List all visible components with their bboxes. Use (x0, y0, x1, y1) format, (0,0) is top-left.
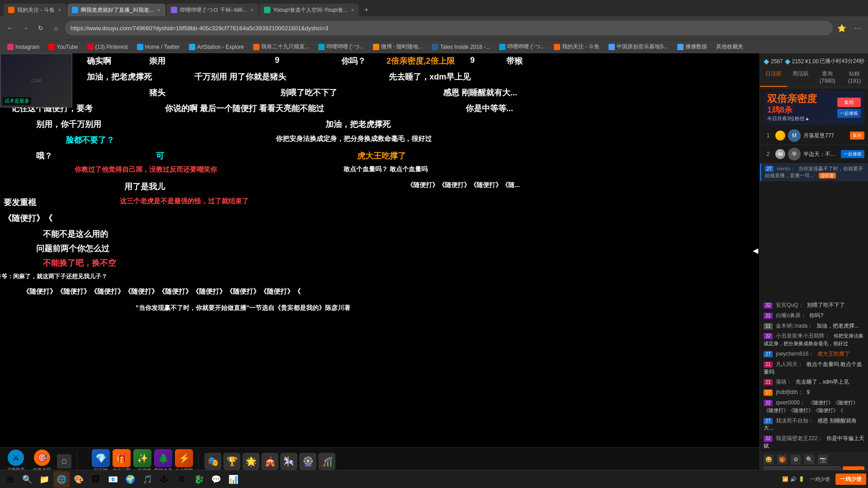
browser-tabs: 我的关注 - 斗鱼 × 啊我老虎就好了直播_叫我老... × 哔哩哔哩 ('·つ… (0, 0, 868, 16)
tab-weekly-active[interactable]: 周活跃 (787, 67, 814, 87)
rank-action-2[interactable]: 一起修炼 (841, 150, 864, 158)
tab-douyu-follow[interactable]: 我的关注 - 斗鱼 × (4, 4, 66, 16)
bookmarks-more-btn[interactable]: 其他收藏夹 (712, 42, 747, 52)
tab-query[interactable]: 查询(7980) (814, 67, 841, 87)
taskbar-dragon[interactable]: 🐉 (191, 471, 207, 488)
bookmark-bilibili2-label: 哔哩哔哩 ('·つ... (507, 43, 545, 51)
collapse-panel-button[interactable]: ◀ (751, 237, 760, 264)
promo-subtitle: 1鸡8杀 (767, 104, 834, 115)
chat-user-4: 小丑皇前来小丑助阵： (776, 333, 830, 339)
home-button[interactable]: ⌂ (50, 22, 62, 34)
danmaku-31: 不能不是这么用的 (43, 229, 108, 239)
taskbar-game[interactable]: 🕹 (156, 471, 173, 488)
gift-shortcut-button[interactable]: 🎁 (777, 455, 787, 465)
bookmark-tales[interactable]: Tales Inside 2018 -... (428, 43, 494, 51)
bookmark-twitter[interactable]: Home / Twitter (133, 43, 184, 51)
tab-stream[interactable]: 啊我老虎就好了直播_叫我老... × (67, 4, 165, 16)
bookmark-pinterest[interactable]: (13) Pinterest (84, 43, 132, 51)
back-button[interactable]: ← (4, 22, 16, 34)
extra-gift-2[interactable]: 🏆 (223, 453, 241, 470)
bookmark-instagram[interactable]: Instagram (4, 43, 43, 51)
task-hall-button[interactable]: 🎯 任务大厅 (31, 450, 53, 473)
sound-icon: 🔊 (790, 476, 797, 482)
taskbar-browser[interactable]: 🌍 (122, 471, 138, 488)
bookmark-weibo[interactable]: 微博 - 随时随地... (369, 42, 427, 52)
danmaku-35: 《随便打》《随便打》《随便打》《随便打》《随便打》《随便打》《随便打》《随便打》… (23, 287, 301, 296)
bookmark-bilibili[interactable]: 哔哩哔哩 ('·つ... (315, 42, 368, 52)
bookmark-youtube[interactable]: YouTube (45, 43, 81, 51)
browser-toolbar-icons: ⭐ ⋯ (835, 22, 864, 34)
dota-helper-button[interactable]: ⚔ 刀塔助手 (5, 450, 27, 473)
unknown-btn[interactable]: □ (57, 454, 71, 469)
tab-yooup[interactable]: Yooup!食道个人空间-Youpi食... × (259, 4, 359, 16)
extra-gift-4[interactable]: 🎪 (261, 453, 278, 470)
taskbar-clock[interactable]: 一鸡少使 (807, 476, 834, 483)
extra-gift-6[interactable]: 🎡 (299, 453, 316, 470)
taskbar-photoshop[interactable]: 🎨 (71, 471, 87, 488)
clock-time: 一鸡少使 (810, 476, 830, 483)
extra-gift-1[interactable]: 🎭 (204, 453, 222, 470)
bookmark-douyu[interactable]: 我的关注 - 斗鱼 (550, 42, 603, 52)
rank-action-1[interactable]: 集粉 (850, 131, 864, 140)
bookmark-cats[interactable]: 我有二十九只猫直... (250, 42, 313, 52)
together-cultivate-button[interactable]: 一起修炼 (837, 109, 861, 118)
report-btn[interactable]: @回复 (819, 173, 836, 178)
tab-favicon-2 (72, 7, 78, 13)
bookmark-weibo-label: 微博 - 随时随地... (381, 43, 423, 51)
tab-close-4[interactable]: × (350, 7, 355, 13)
emoji-button[interactable]: 😀 (764, 455, 774, 465)
viento-level: 27 (765, 166, 774, 172)
extensions-icon[interactable]: ⭐ (835, 22, 848, 34)
cats-favicon (253, 44, 259, 50)
douyu-favicon (554, 44, 560, 50)
extra-gift-3[interactable]: 🌟 (242, 453, 259, 470)
bookmark-music[interactable]: 中国原创音乐基地S... (605, 42, 672, 52)
taskbar: ⊞ 🔍 📁 🌐 🎨 🖼 📧 🌍 🎵 🕹 ⚙ 🐉 💬 📊 📶 🔊 🔋 一鸡少使 一… (0, 470, 868, 488)
extra-gift-5[interactable]: 🎠 (280, 453, 297, 470)
promo-title: 双倍亲密度 (767, 94, 834, 104)
taskbar-file-explorer[interactable]: 📁 (36, 471, 52, 488)
tab-daily-active[interactable]: 日活跃 (760, 67, 787, 87)
bookmark-artstation[interactable]: ArtStation - Explore (185, 43, 248, 51)
tab-bilibili[interactable]: 哔哩哔哩 ('·つロ 千杯--billi... × (166, 4, 259, 16)
taskbar-lightroom[interactable]: 🖼 (88, 471, 104, 488)
taskbar-music[interactable]: 🎵 (139, 471, 156, 488)
taskbar-start-button[interactable]: ⊞ (2, 471, 18, 488)
taskbar-settings[interactable]: ⚙ (174, 471, 190, 488)
rank-num-1: 1 (764, 132, 773, 139)
tab-close-1[interactable]: × (57, 7, 62, 13)
unknown-icon: □ (62, 458, 66, 465)
tab-station-fans[interactable]: 站粉(191) (841, 67, 868, 87)
bookmark-broadcast[interactable]: 播播数据 (674, 42, 711, 52)
viento-chat-row: 27 viento： 当你发现赢不了时，你就要开始做直播，直播一司... @回复 (760, 164, 868, 181)
price-value: ¥1.00 (805, 58, 819, 65)
bookmark-bilibili2[interactable]: 哔哩哔哩 ('·つ... (495, 42, 548, 52)
taskbar-chat[interactable]: 💬 (208, 471, 224, 488)
refresh-button[interactable]: ↻ (34, 22, 47, 34)
instagram-favicon (7, 44, 14, 50)
danmaku-11: 猪头 (149, 87, 165, 98)
battery-icon: 🔋 (798, 476, 805, 482)
danmaku-13: 感恩 刚睡醒就有大... (443, 87, 517, 98)
taskbar-notifications[interactable]: 📶 🔊 🔋 (782, 476, 805, 482)
streamer-cam: CAM 话术是最多 (0, 53, 72, 108)
extra-gift-7[interactable]: 🎢 (318, 453, 335, 470)
taskbar-special-button[interactable]: 一鸡少使 (835, 474, 866, 485)
screenshot-button[interactable]: 📷 (818, 455, 828, 465)
setting-chat-button[interactable]: ⚙ (791, 455, 801, 465)
forward-button[interactable]: → (19, 22, 32, 34)
address-bar[interactable]: https://www.douyu.com/749660?dyshid=16f5… (65, 21, 833, 35)
chat-level-2: 22 (764, 313, 773, 319)
taskbar-search-button[interactable]: 🔍 (19, 471, 35, 488)
tab-close-3[interactable]: × (250, 7, 254, 13)
stream-video[interactable]: 确实啊 崇用 9 你吗？ 2倍亲密度,2倍上限 9 带猴 加油，把老虎撑死 千万… (0, 53, 760, 447)
danmaku-27: 《随便打》《随便打》《随便打》《随... (407, 181, 520, 189)
collect-fans-button[interactable]: 集粉 (837, 98, 861, 107)
tab-close-2[interactable]: × (156, 7, 161, 13)
filter-chat-button[interactable]: 🔍 (804, 455, 814, 465)
settings-icon[interactable]: ⋯ (852, 22, 864, 34)
taskbar-chrome-icon[interactable]: 🌐 (53, 471, 70, 488)
taskbar-chart[interactable]: 📊 (225, 471, 241, 488)
taskbar-email[interactable]: 📧 (105, 471, 121, 488)
new-tab-button[interactable]: + (360, 4, 373, 16)
